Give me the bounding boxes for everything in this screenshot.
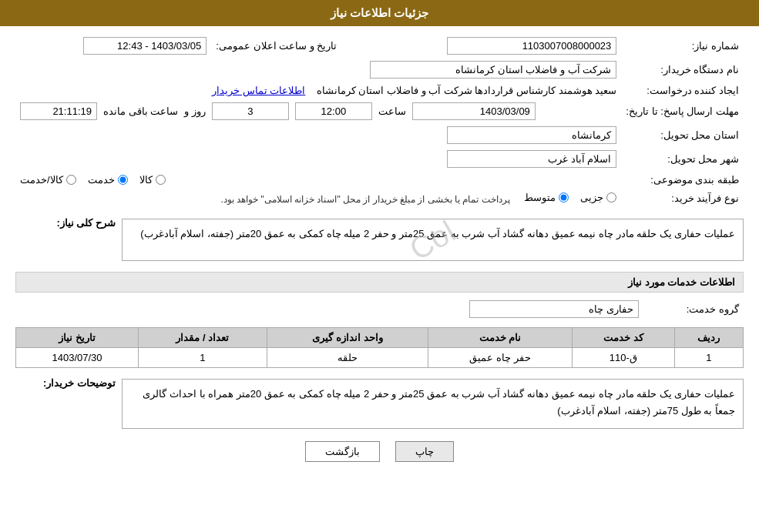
mohlat-saat-label: ساعت <box>378 105 406 117</box>
ijad-value: سعید هوشمند کارشناس قراردادها شرکت آب و … <box>15 82 621 99</box>
tabaqe-kala-radio[interactable] <box>156 175 166 185</box>
nooe-desc: پرداخت تمام یا بخشی از مبلغ خریدار از مح… <box>221 194 510 205</box>
th-kod: کد خدمت <box>572 328 674 348</box>
sharh-text: عملیات حفاری یک حلقه مادر چاه نیمه عمیق … <box>140 228 735 239</box>
th-tarikh: تاریخ نیاز <box>16 328 139 348</box>
ijad-label: ایجاد کننده درخواست: <box>621 82 744 99</box>
mohlat-mande-label: ساعت باقی مانده <box>103 105 178 117</box>
cell-radif: 1 <box>674 348 743 368</box>
mohlat-label: مهلت ارسال پاسخ: تا تاریخ: <box>621 99 744 123</box>
cell-kod: ق-110 <box>572 348 674 368</box>
mohlat-rooz-input: 3 <box>212 102 289 120</box>
back-button[interactable]: بازگشت <box>305 441 380 462</box>
shahr-value: اسلام آباد غرب <box>15 147 621 171</box>
mohlat-value: 21:11:19 ساعت باقی مانده روز و 3 12:00 س… <box>15 99 621 123</box>
page-header: جزئیات اطلاعات نیاز <box>0 0 759 26</box>
tabaqe-kala-khidmat-radio[interactable] <box>66 175 76 185</box>
toozihat-label: توضیحات خریدار: <box>15 374 116 389</box>
cell-vahed: حلقه <box>267 348 428 368</box>
tabaqe-khedmat: خدمت <box>88 174 128 186</box>
shahr-label: شهر محل تحویل: <box>621 147 744 171</box>
tabaqe-kala: کالا <box>139 174 166 186</box>
ostan-value: کرمانشاه <box>15 123 621 147</box>
tabaqe-options: کالا/خدمت خدمت کالا <box>15 171 621 189</box>
dastgah-value: شرکت آب و فاضلاب استان کرمانشاه <box>15 58 621 82</box>
nooe-motavasset-label: متوسط <box>524 192 556 203</box>
tabaqe-label: طبقه بندی موضوعی: <box>621 171 744 189</box>
mohlat-rooz-label: روز و <box>184 105 206 117</box>
tabaqe-kala-label: کالا <box>139 174 153 186</box>
tarikh-value: 1403/03/05 - 12:43 <box>15 34 211 58</box>
mohlat-mande-input: 21:11:19 <box>20 102 97 120</box>
nooe-jozi-label: جزیی <box>580 192 603 203</box>
nooe-motavasset: متوسط <box>524 192 569 203</box>
goroh-table: گروه خدمت: حفاری چاه <box>15 297 744 321</box>
content-area: شماره نیاز: 1103007008000023 تاریخ و ساع… <box>0 26 759 473</box>
tabaqe-kala-khidmat: کالا/خدمت <box>20 174 76 186</box>
buttons-row: بازگشت چاپ <box>15 441 744 462</box>
mohlat-date-input: 1403/03/09 <box>412 102 536 120</box>
goroh-label: گروه خدمت: <box>643 297 744 321</box>
cell-tarikh: 1403/07/30 <box>16 348 139 368</box>
cell-tedad: 1 <box>139 348 267 368</box>
sharh-row: شرح کلی نیاز: عملیات حفاری یک حلقه مادر … <box>15 214 744 266</box>
page-wrapper: جزئیات اطلاعات نیاز شماره نیاز: 11030070… <box>0 0 759 532</box>
sharh-box: عملیات حفاری یک حلقه مادر چاه نیمه عمیق … <box>122 219 744 261</box>
th-radif: ردیف <box>674 328 743 348</box>
toozihat-row: توضیحات خریدار: عملیات حفاری یک حلقه ماد… <box>15 374 744 433</box>
shomara-input: 1103007008000023 <box>447 37 616 55</box>
nooe-motavasset-radio[interactable] <box>559 192 569 202</box>
sherkat-input: شرکت آب و فاضلاب استان کرمانشاه <box>370 61 616 79</box>
toozihat-box: عملیات حفاری یک حلقه مادر چاه نیمه عمیق … <box>122 379 744 429</box>
ijad-link[interactable]: اطلاعات تماس خریدار <box>212 85 305 96</box>
th-tedad: تعداد / مقدار <box>139 328 267 348</box>
service-table: ردیف کد خدمت نام خدمت واحد اندازه گیری ت… <box>15 327 744 368</box>
nooe-label: نوع فرآیند خرید: <box>621 189 744 208</box>
goroh-value: حفاری چاه <box>15 297 643 321</box>
col-watermark: Col <box>400 206 466 274</box>
cell-name: حفر چاه عمیق <box>428 348 573 368</box>
nooe-jozi-radio[interactable] <box>606 192 616 202</box>
tabaqe-khedmat-radio[interactable] <box>118 175 128 185</box>
ijad-name-text: سعید هوشمند کارشناس قراردادها شرکت آب و … <box>317 85 617 96</box>
toozihat-text: عملیات حفاری یک حلقه مادر چاه نیمه عمیق … <box>143 388 735 417</box>
th-name: نام خدمت <box>428 328 573 348</box>
nooe-jozi: جزیی <box>580 192 616 203</box>
tarikh-input: 1403/03/05 - 12:43 <box>83 37 207 55</box>
ostan-input: کرمانشاه <box>447 126 616 144</box>
goroh-input: حفاری چاه <box>469 300 639 318</box>
mohlat-saat-input: 12:00 <box>295 102 372 120</box>
table-row: 1ق-110حفر چاه عمیقحلقه11403/07/30 <box>16 348 744 368</box>
main-info-table: شماره نیاز: 1103007008000023 تاریخ و ساع… <box>15 34 744 208</box>
shomara-value: 1103007008000023 <box>357 34 621 58</box>
print-button[interactable]: چاپ <box>395 441 454 462</box>
tarikh-label: تاریخ و ساعت اعلان عمومی: <box>211 34 341 58</box>
nooe-options: متوسط جزیی پرداخت تمام یا بخشی از مبلغ خ… <box>15 189 621 208</box>
shomara-label: شماره نیاز: <box>621 34 744 58</box>
shahr-input: اسلام آباد غرب <box>447 150 616 168</box>
tabaqe-kala-khidmat-label: کالا/خدمت <box>20 174 63 186</box>
sharh-label: شرح کلی نیاز: <box>15 214 116 229</box>
th-vahed: واحد اندازه گیری <box>267 328 428 348</box>
ostan-label: استان محل تحویل: <box>621 123 744 147</box>
header-title: جزئیات اطلاعات نیاز <box>331 6 428 19</box>
khadamat-section-title: اطلاعات خدمات مورد نیاز <box>15 272 744 293</box>
dastgah-label: نام دستگاه خریدار: <box>621 58 744 82</box>
tabaqe-khedmat-label: خدمت <box>88 174 115 186</box>
